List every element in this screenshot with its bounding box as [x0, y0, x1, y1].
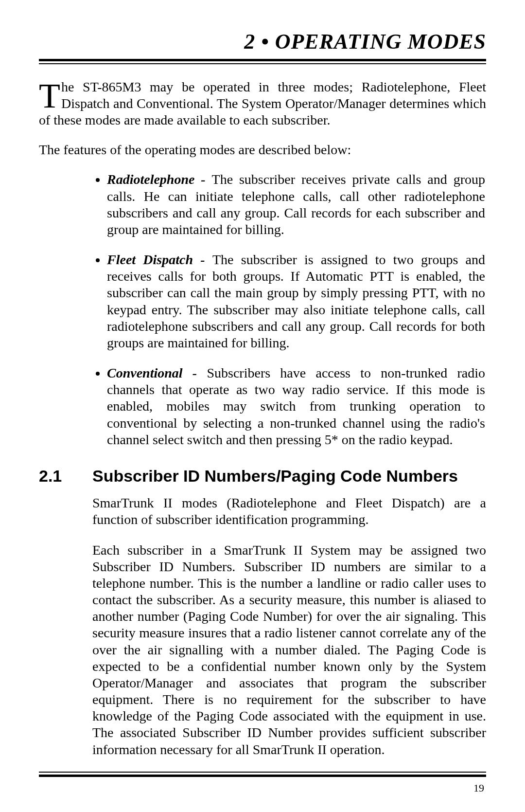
list-item: Radiotelephone - The subscriber receives…: [107, 171, 486, 238]
list-item: Conventional - Subscribers have access t…: [107, 365, 486, 448]
mode-name: Radiotelephone -: [107, 172, 212, 187]
top-rule-thick: [39, 59, 486, 61]
intro-text: he ST-865M3 may be operated in three mod…: [39, 79, 486, 127]
section-paragraph-2: Each subscriber in a SmarTrunk II System…: [92, 542, 486, 758]
bottom-rule-thin: [39, 772, 486, 773]
chapter-title-text: OPERATING MODES: [275, 30, 486, 54]
section-heading: 2.1 Subscriber ID Numbers/Paging Code Nu…: [39, 466, 486, 487]
bottom-rule-thick: [39, 775, 486, 777]
mode-name: Fleet Dispatch -: [107, 252, 212, 267]
mode-name: Conventional -: [107, 365, 207, 380]
section-number: 2.1: [39, 466, 92, 487]
section-title: Subscriber ID Numbers/Paging Code Number…: [92, 466, 486, 487]
bottom-rules: [39, 772, 486, 777]
top-rule-thin: [39, 63, 486, 64]
mode-list: Radiotelephone - The subscriber receives…: [39, 171, 486, 448]
page-number: 19: [39, 782, 486, 794]
document-page: 2 • OPERATING MODES The ST-865M3 may be …: [0, 0, 525, 812]
intro-paragraph: The ST-865M3 may be operated in three mo…: [39, 79, 486, 128]
dropcap-letter: T: [39, 79, 61, 111]
chapter-header: 2 • OPERATING MODES: [39, 29, 486, 54]
features-intro: The features of the operating modes are …: [39, 142, 486, 158]
chapter-number: 2: [244, 30, 255, 54]
list-item: Fleet Dispatch - The subscriber is assig…: [107, 252, 486, 351]
section-paragraph-1: SmarTrunk II modes (Radiotelephone and F…: [92, 495, 486, 528]
chapter-bullet: •: [261, 30, 269, 54]
